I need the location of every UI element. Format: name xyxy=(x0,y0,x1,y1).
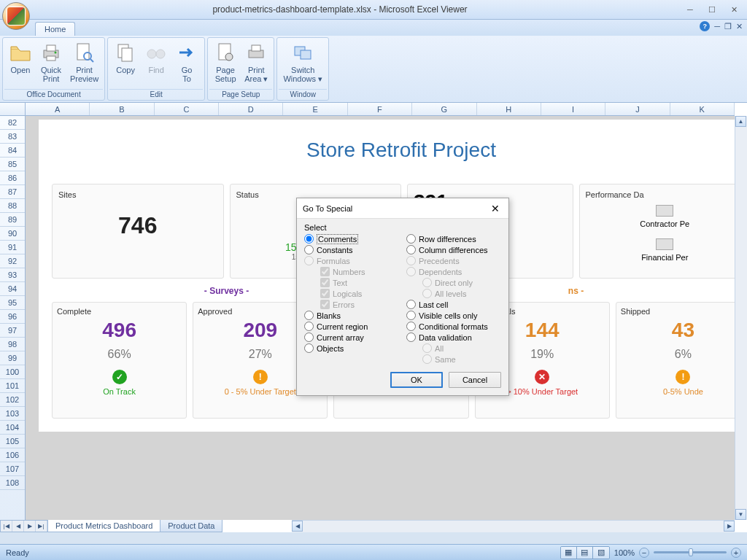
column-header[interactable]: I xyxy=(541,103,605,115)
scroll-up-icon[interactable]: ▲ xyxy=(735,116,746,127)
row-header[interactable]: 100 xyxy=(0,365,25,379)
radio[interactable] xyxy=(406,234,416,244)
column-header[interactable]: D xyxy=(219,103,283,115)
row-header[interactable]: 99 xyxy=(0,351,25,365)
row-headers[interactable]: 8283848586878889909192939495969798991001… xyxy=(0,116,26,520)
dialog-close-button[interactable]: ✕ xyxy=(488,201,503,216)
row-header[interactable]: 92 xyxy=(0,254,25,268)
row-header[interactable]: 103 xyxy=(0,407,25,421)
row-header[interactable]: 91 xyxy=(0,241,25,254)
tab-home[interactable]: Home xyxy=(35,22,75,36)
row-header[interactable]: 95 xyxy=(0,296,25,310)
radio-option[interactable]: Blanks xyxy=(304,310,399,321)
column-header[interactable]: K xyxy=(670,103,735,115)
column-headers[interactable]: ABCDEFGHIJK xyxy=(26,103,735,116)
row-header[interactable]: 83 xyxy=(0,130,25,144)
radio-option[interactable]: Current region xyxy=(304,321,399,332)
zoom-level[interactable]: 100% xyxy=(614,548,635,557)
page-setup-button[interactable]: Page Setup xyxy=(211,39,240,88)
scroll-left-icon[interactable]: ◀ xyxy=(292,521,303,532)
radio-option[interactable]: Objects xyxy=(304,343,399,354)
mdi-restore-icon[interactable]: ❐ xyxy=(724,22,732,31)
radio-option[interactable]: Last cell xyxy=(406,299,501,310)
help-icon[interactable]: ? xyxy=(700,21,710,31)
row-header[interactable]: 97 xyxy=(0,324,25,338)
radio[interactable] xyxy=(304,332,314,342)
normal-view-button[interactable]: ▦ xyxy=(561,547,577,559)
mdi-minimize-icon[interactable]: ─ xyxy=(714,22,720,31)
row-header[interactable]: 102 xyxy=(0,393,25,407)
row-header[interactable]: 84 xyxy=(0,144,25,158)
tab-nav-prev[interactable]: ◀ xyxy=(12,521,24,532)
zoom-thumb[interactable] xyxy=(689,548,693,556)
page-break-view-button[interactable]: ▧ xyxy=(593,547,609,559)
column-header[interactable]: G xyxy=(412,103,476,115)
row-header[interactable]: 85 xyxy=(0,158,25,171)
row-header[interactable]: 86 xyxy=(0,171,25,185)
copy-button[interactable]: Copy xyxy=(111,39,140,88)
radio[interactable] xyxy=(304,311,314,320)
print-preview-button[interactable]: Print Preview xyxy=(67,39,101,88)
row-header[interactable]: 98 xyxy=(0,338,25,351)
sheet-tab-active[interactable]: Product Metrics Dashboard xyxy=(47,520,160,532)
row-header[interactable]: 88 xyxy=(0,199,25,213)
radio-option[interactable]: Current array xyxy=(304,332,399,343)
row-header[interactable]: 94 xyxy=(0,282,25,296)
column-header[interactable]: J xyxy=(605,103,670,115)
close-button[interactable]: ✕ xyxy=(724,3,744,16)
column-header[interactable]: B xyxy=(90,103,154,115)
quick-print-button[interactable]: Quick Print xyxy=(36,39,66,88)
radio[interactable] xyxy=(406,245,416,254)
radio[interactable] xyxy=(406,311,416,320)
row-header[interactable]: 93 xyxy=(0,268,25,282)
radio-option[interactable]: Constants xyxy=(304,244,399,255)
row-header[interactable]: 106 xyxy=(0,448,25,462)
radio-option[interactable]: Data validation xyxy=(406,332,501,343)
office-button[interactable] xyxy=(2,2,30,30)
row-header[interactable]: 96 xyxy=(0,310,25,324)
horizontal-scrollbar[interactable]: ◀ ▶ xyxy=(292,520,735,532)
radio[interactable] xyxy=(304,322,314,331)
radio[interactable] xyxy=(304,245,314,254)
switch-windows-button[interactable]: Switch Windows ▾ xyxy=(280,39,325,88)
minimize-button[interactable]: ─ xyxy=(680,3,700,16)
zoom-out-button[interactable]: − xyxy=(639,548,649,558)
tab-nav-last[interactable]: ▶| xyxy=(36,521,47,532)
radio-option[interactable]: Comments xyxy=(304,233,399,244)
radio[interactable] xyxy=(304,234,314,244)
goto-button[interactable]: Go To xyxy=(172,39,201,88)
column-header[interactable]: H xyxy=(477,103,541,115)
column-header[interactable]: E xyxy=(283,103,347,115)
column-header[interactable]: F xyxy=(348,103,412,115)
vertical-scrollbar[interactable]: ▲ ▼ xyxy=(735,116,747,520)
maximize-button[interactable]: ☐ xyxy=(702,3,722,16)
radio[interactable] xyxy=(304,343,314,353)
mdi-close-icon[interactable]: ✕ xyxy=(736,22,743,31)
cancel-button[interactable]: Cancel xyxy=(449,372,501,388)
zoom-slider[interactable] xyxy=(654,551,727,553)
radio-option[interactable]: Conditional formats xyxy=(406,321,501,332)
row-header[interactable]: 108 xyxy=(0,476,25,490)
row-header[interactable]: 90 xyxy=(0,227,25,241)
select-all-corner[interactable] xyxy=(0,103,26,116)
row-header[interactable]: 105 xyxy=(0,435,25,448)
row-header[interactable]: 107 xyxy=(0,462,25,476)
row-header[interactable]: 104 xyxy=(0,421,25,435)
page-layout-view-button[interactable]: ▤ xyxy=(577,547,593,559)
radio-option[interactable]: Row differences xyxy=(406,233,501,244)
dialog-titlebar[interactable]: Go To Special✕ xyxy=(297,198,508,219)
row-header[interactable]: 87 xyxy=(0,185,25,199)
row-header[interactable]: 82 xyxy=(0,116,25,130)
column-header[interactable]: C xyxy=(155,103,219,115)
radio-option[interactable]: Visible cells only xyxy=(406,310,501,321)
row-header[interactable]: 101 xyxy=(0,379,25,393)
radio[interactable] xyxy=(406,332,416,342)
scroll-down-icon[interactable]: ▼ xyxy=(735,509,746,520)
ok-button[interactable]: OK xyxy=(390,372,443,388)
open-button[interactable]: Open xyxy=(6,39,35,88)
tab-nav-next[interactable]: ▶ xyxy=(24,521,36,532)
radio[interactable] xyxy=(406,322,416,331)
column-header[interactable]: A xyxy=(26,103,90,115)
sheet-tab-other[interactable]: Product Data xyxy=(160,520,222,532)
radio[interactable] xyxy=(406,300,416,309)
